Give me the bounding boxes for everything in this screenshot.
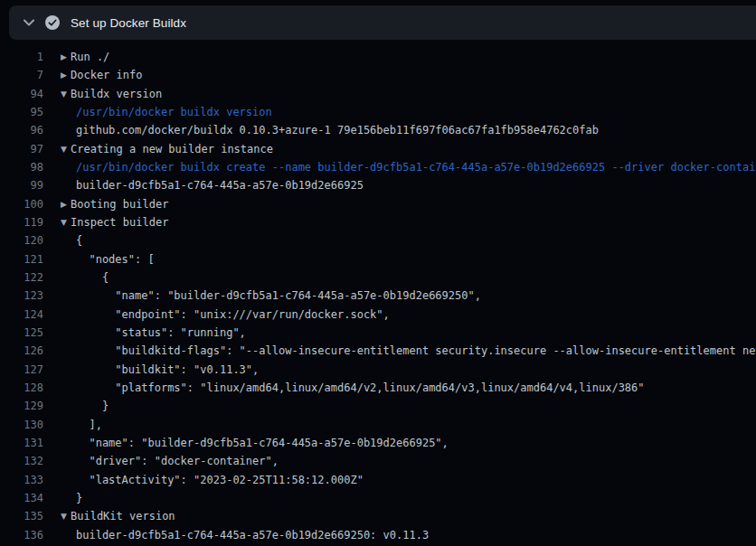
log-line: 128 "platforms": "linux/amd64,linux/amd6… — [0, 379, 756, 397]
log-line: 133 "lastActivity": "2023-02-25T11:58:12… — [0, 471, 756, 489]
group-toggle-icon — [43, 231, 71, 249]
log-text: Inspect builder — [71, 213, 756, 231]
log-line: 96 github.com/docker/buildx 0.10.3+azure… — [0, 121, 756, 139]
log-text: "name": "builder-d9cfb5a1-c764-445a-a57e… — [71, 434, 756, 452]
line-number[interactable]: 1 — [0, 48, 43, 66]
line-number[interactable]: 132 — [0, 452, 43, 470]
line-number[interactable]: 7 — [0, 66, 43, 84]
log-line: 98 /usr/bin/docker buildx create --name … — [0, 158, 756, 176]
log-line: 129 } — [0, 397, 756, 415]
log-text: /usr/bin/docker buildx create --name bui… — [71, 158, 756, 176]
log-text: "nodes": [ — [71, 250, 756, 268]
group-toggle-icon — [43, 250, 71, 268]
log-line[interactable]: 119 ▼ Inspect builder — [0, 213, 756, 231]
log-text: "name": "builder-d9cfb5a1-c764-445a-a57e… — [71, 287, 756, 305]
log-line[interactable]: 97 ▼ Creating a new builder instance — [0, 140, 756, 158]
log-line: 131 "name": "builder-d9cfb5a1-c764-445a-… — [0, 434, 756, 452]
triangle-down-icon[interactable]: ▼ — [43, 85, 71, 103]
log-text: github.com/docker/buildx 0.10.3+azure-1 … — [71, 121, 756, 139]
triangle-right-icon[interactable]: ▶ — [43, 66, 71, 84]
line-number[interactable]: 128 — [0, 379, 43, 397]
log-text: builder-d9cfb5a1-c764-445a-a57e-0b19d2e6… — [71, 526, 756, 544]
log-line: 132 "driver": "docker-container", — [0, 452, 756, 470]
log-text: ], — [71, 416, 756, 434]
log-text: "lastActivity": "2023-02-25T11:58:12.000… — [71, 471, 756, 489]
group-toggle-icon — [43, 471, 71, 489]
line-number[interactable]: 123 — [0, 287, 43, 305]
group-toggle-icon — [43, 361, 71, 379]
line-number[interactable]: 129 — [0, 397, 43, 415]
log-line: 136 builder-d9cfb5a1-c764-445a-a57e-0b19… — [0, 526, 756, 544]
log-line: 125 "status": "running", — [0, 324, 756, 342]
line-number[interactable]: 99 — [0, 176, 43, 194]
line-number[interactable]: 100 — [0, 195, 43, 213]
log-text: { — [71, 268, 756, 287]
group-toggle-icon — [43, 397, 71, 415]
log-text: "status": "running", — [71, 324, 756, 342]
log-line: 124 "endpoint": "unix:///var/run/docker.… — [0, 306, 756, 324]
log-line[interactable]: 94 ▼ Buildx version — [0, 85, 756, 103]
triangle-down-icon[interactable]: ▼ — [43, 213, 71, 231]
log-text: Buildx version — [71, 85, 756, 103]
line-number[interactable]: 120 — [0, 231, 43, 249]
log-text: "platforms": "linux/amd64,linux/amd64/v2… — [71, 379, 756, 397]
log-text: "driver": "docker-container", — [71, 452, 756, 470]
triangle-down-icon[interactable]: ▼ — [43, 507, 71, 525]
line-number[interactable]: 127 — [0, 361, 43, 379]
line-number[interactable]: 135 — [0, 507, 43, 525]
line-number[interactable]: 124 — [0, 306, 43, 324]
group-toggle-icon — [43, 287, 71, 305]
triangle-right-icon[interactable]: ▶ — [43, 48, 71, 66]
log-line[interactable]: 135 ▼ BuildKit version — [0, 507, 756, 525]
group-toggle-icon — [43, 306, 71, 324]
group-toggle-icon — [43, 342, 71, 360]
step-header[interactable]: Set up Docker Buildx — [9, 5, 756, 40]
log-line: 123 "name": "builder-d9cfb5a1-c764-445a-… — [0, 287, 756, 305]
log-line: 134 } — [0, 489, 756, 507]
log-text: BuildKit version — [71, 507, 756, 525]
line-number[interactable]: 136 — [0, 526, 43, 544]
group-toggle-icon — [43, 158, 71, 176]
line-number[interactable]: 96 — [0, 121, 43, 139]
line-number[interactable]: 125 — [0, 324, 43, 342]
log-text: builder-d9cfb5a1-c764-445a-a57e-0b19d2e6… — [71, 176, 756, 194]
log-line: 121 "nodes": [ — [0, 250, 756, 268]
group-toggle-icon — [43, 103, 71, 121]
log-line: 95 /usr/bin/docker buildx version — [0, 103, 756, 121]
line-number[interactable]: 121 — [0, 250, 43, 268]
log-line: 130 ], — [0, 416, 756, 434]
log-line[interactable]: 100 ▶ Booting builder — [0, 195, 756, 213]
log-line: 122 { — [0, 268, 756, 287]
log-line[interactable]: 7 ▶ Docker info — [0, 66, 756, 84]
log-text: /usr/bin/docker buildx version — [71, 103, 756, 121]
log-line: 99 builder-d9cfb5a1-c764-445a-a57e-0b19d… — [0, 176, 756, 194]
log-line[interactable]: 1 ▶ Run ./ — [0, 48, 756, 66]
chevron-down-icon[interactable] — [24, 19, 34, 26]
group-toggle-icon — [43, 526, 71, 544]
line-number[interactable]: 97 — [0, 140, 43, 158]
line-number[interactable]: 94 — [0, 85, 43, 103]
log-text: { — [71, 231, 756, 249]
group-toggle-icon — [43, 268, 71, 287]
line-number[interactable]: 134 — [0, 489, 43, 507]
line-number[interactable]: 131 — [0, 434, 43, 452]
line-number[interactable]: 119 — [0, 213, 43, 231]
triangle-down-icon[interactable]: ▼ — [43, 140, 71, 158]
log-text: } — [71, 489, 756, 507]
line-number[interactable]: 122 — [0, 268, 43, 287]
log-line: 127 "buildkit": "v0.11.3", — [0, 361, 756, 379]
line-number[interactable]: 126 — [0, 342, 43, 360]
line-number[interactable]: 133 — [0, 471, 43, 489]
group-toggle-icon — [43, 452, 71, 470]
log-text: Docker info — [71, 66, 756, 84]
check-circle-icon — [45, 15, 60, 30]
log-text: Run ./ — [71, 48, 756, 66]
log-line: 126 "buildkitd-flags": "--allow-insecure… — [0, 342, 756, 360]
line-number[interactable]: 98 — [0, 158, 43, 176]
line-number[interactable]: 130 — [0, 416, 43, 434]
triangle-right-icon[interactable]: ▶ — [43, 195, 71, 213]
log-text: "buildkitd-flags": "--allow-insecure-ent… — [71, 342, 756, 360]
group-toggle-icon — [43, 324, 71, 342]
log-text: } — [71, 397, 756, 415]
line-number[interactable]: 95 — [0, 103, 43, 121]
